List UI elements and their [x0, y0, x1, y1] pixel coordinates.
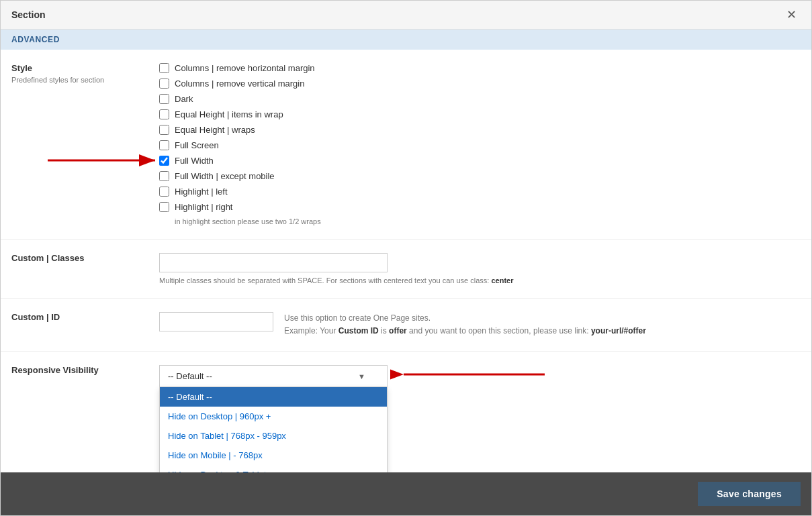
custom-classes-label-col: Custom | Classes: [11, 253, 159, 285]
checkbox-equal-height-wrap[interactable]: [159, 109, 169, 119]
dropdown-option-hide-desktop[interactable]: Hide on Desktop | 960px +: [160, 407, 387, 426]
dropdown-option-default[interactable]: -- Default --: [160, 387, 387, 407]
checkbox-label-3: Dark: [175, 94, 193, 104]
checkbox-label-4: Equal Height | items in wrap: [175, 109, 283, 119]
modal-title: Section: [11, 9, 46, 20]
dropdown-option-hide-mobile[interactable]: Hide on Mobile | - 768px: [160, 446, 387, 465]
checkbox-row-3: Dark: [159, 94, 801, 104]
style-section: Style Predefined styles for section Colu…: [1, 50, 811, 240]
chevron-down-icon: ▼: [358, 372, 365, 380]
custom-classes-hint: Multiple classes should be separated wit…: [159, 276, 801, 285]
checkbox-label-8: Full Width | except mobile: [175, 171, 275, 181]
checkbox-full-width[interactable]: [159, 156, 169, 166]
checkbox-row-1: Columns | remove horizontal margin: [159, 63, 801, 73]
checkbox-row-2: Columns | remove vertical margin: [159, 79, 801, 89]
modal-footer: Save changes: [1, 472, 811, 515]
custom-classes-section: Custom | Classes Multiple classes should…: [1, 240, 811, 299]
custom-id-label-col: Custom | ID: [11, 312, 159, 338]
checkbox-full-width-except-mobile[interactable]: [159, 171, 169, 181]
checkbox-row-5: Equal Height | wraps: [159, 125, 801, 135]
checkbox-highlight-left[interactable]: [159, 187, 169, 197]
checkbox-label-6: Full Screen: [175, 140, 219, 150]
checkbox-label-7: Full Width: [175, 156, 214, 166]
checkbox-row-10: Highlight | right: [159, 202, 801, 212]
custom-id-input[interactable]: [159, 312, 273, 331]
section-advanced-header: ADVANCED: [1, 30, 811, 50]
modal-body: ADVANCED Style Predefined styles for sec…: [1, 30, 811, 472]
responsive-label-col: Responsive Visibility: [11, 365, 159, 387]
custom-classes-content: Multiple classes should be separated wit…: [159, 253, 801, 285]
style-label-col: Style Predefined styles for section: [11, 63, 159, 225]
checkbox-full-screen[interactable]: [159, 140, 169, 150]
style-checkboxes-col: Columns | remove horizontal margin Colum…: [159, 63, 801, 225]
checkbox-label-1: Columns | remove horizontal margin: [175, 63, 315, 73]
dropdown-selected-text: -- Default --: [168, 371, 212, 381]
dropdown-list: -- Default -- Hide on Desktop | 960px + …: [159, 386, 388, 472]
checkbox-equal-height-wraps[interactable]: [159, 125, 169, 135]
highlight-note: in highlight section please use two 1/2 …: [175, 217, 801, 225]
dropdown-option-hide-tablet[interactable]: Hide on Tablet | 768px - 959px: [160, 426, 387, 446]
checkbox-label-9: Highlight | left: [175, 187, 228, 197]
checkbox-label-10: Highlight | right: [175, 202, 232, 212]
checkbox-row-4: Equal Height | items in wrap: [159, 109, 801, 119]
responsive-visibility-section: Responsive Visibility -- Default -- ▼ --…: [1, 352, 811, 472]
dropdown-option-hide-desktop-tablet[interactable]: Hide on Desktop & Tablet: [160, 465, 387, 472]
checkbox-columns-remove-horizontal[interactable]: [159, 63, 169, 73]
custom-id-row: Use this option to create One Page sites…: [159, 312, 801, 338]
style-label: Style: [11, 63, 146, 73]
checkbox-row-8: Full Width | except mobile: [159, 171, 801, 181]
checkbox-row-7: Full Width: [159, 156, 801, 166]
responsive-label: Responsive Visibility: [11, 365, 146, 375]
dropdown-display[interactable]: -- Default -- ▼: [159, 365, 388, 387]
responsive-content: -- Default -- ▼ -- Default -- Hide on De…: [159, 365, 801, 387]
custom-classes-label: Custom | Classes: [11, 253, 146, 263]
modal: Section ✕ ADVANCED Style Predefined styl…: [0, 0, 812, 516]
checkbox-dark[interactable]: [159, 94, 169, 104]
save-button[interactable]: Save changes: [698, 482, 801, 506]
checkbox-columns-remove-vertical[interactable]: [159, 79, 169, 89]
style-sublabel: Predefined styles for section: [11, 76, 146, 84]
checkbox-row-9: Highlight | left: [159, 187, 801, 197]
checkbox-label-5: Equal Height | wraps: [175, 125, 255, 135]
custom-id-content: Use this option to create One Page sites…: [159, 312, 801, 338]
checkbox-label-2: Columns | remove vertical margin: [175, 79, 304, 89]
custom-classes-input[interactable]: [159, 253, 388, 272]
custom-id-label: Custom | ID: [11, 312, 146, 322]
modal-header: Section ✕: [1, 1, 811, 30]
checkbox-highlight-right[interactable]: [159, 202, 169, 212]
dropdown-container: -- Default -- ▼ -- Default -- Hide on De…: [159, 365, 801, 387]
close-button[interactable]: ✕: [782, 7, 801, 22]
checkbox-row-6: Full Screen: [159, 140, 801, 150]
custom-id-hint: Use this option to create One Page sites…: [284, 312, 646, 338]
custom-id-section: Custom | ID Use this option to create On…: [1, 299, 811, 352]
